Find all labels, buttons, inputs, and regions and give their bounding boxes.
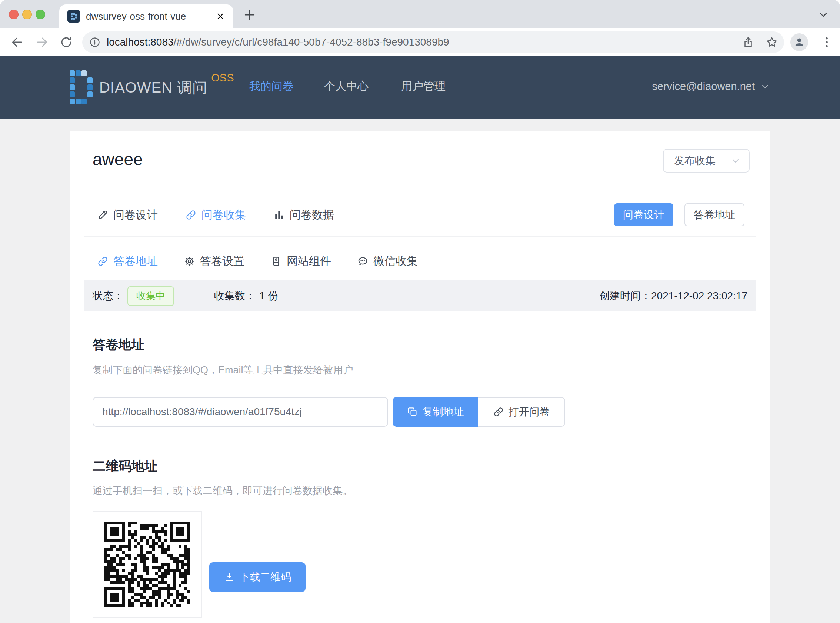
close-tab-icon[interactable]: [216, 11, 225, 21]
nav-item-personal-center[interactable]: 个人中心: [319, 56, 373, 116]
new-tab-button[interactable]: [242, 8, 257, 22]
close-window-button[interactable]: [9, 10, 18, 19]
answer-address-description: 复制下面的问卷链接到QQ，Email等工具中直接发给被用户: [93, 364, 353, 377]
copy-address-label: 复制地址: [423, 405, 464, 419]
app-header: DIAOWEN 调问 OSS 我的问卷 个人中心 用户管理 service@di…: [0, 56, 840, 118]
subtab-wechat-collect[interactable]: 微信收集: [357, 254, 418, 269]
browser-tab-strip: dwsurvey-oss-front-vue: [0, 0, 840, 28]
minimize-window-button[interactable]: [22, 10, 32, 19]
status-bar: 状态： 收集中 收集数： 1 份 创建时间： 2021-12-02 23:02:…: [84, 280, 756, 312]
account-menu[interactable]: service@diaowen.net: [652, 56, 770, 116]
brand[interactable]: DIAOWEN 调问 OSS: [70, 56, 234, 118]
nav-item-user-management[interactable]: 用户管理: [396, 56, 451, 116]
bar-chart-icon: [273, 209, 285, 221]
forward-button[interactable]: [35, 35, 49, 49]
survey-url-input[interactable]: [93, 397, 388, 427]
chevron-down-icon: [760, 81, 770, 92]
page-background: aweee 发布收集 问卷设计 问卷收集 问卷数据: [0, 118, 840, 623]
subtab-label: 答卷设置: [200, 254, 244, 269]
browser-window: dwsurvey-oss-front-vue localhost:8083/#/…: [0, 0, 840, 623]
answer-address-heading: 答卷地址: [93, 336, 144, 353]
brand-badge-oss: OSS: [211, 72, 234, 84]
download-qr-label: 下载二维码: [239, 570, 291, 584]
collect-subtabs: 答卷地址 答卷设置 网站组件 微信收集: [97, 250, 418, 272]
download-icon: [224, 571, 235, 583]
subtab-label: 微信收集: [373, 254, 418, 269]
qr-code-image: [104, 522, 190, 608]
tag-icon: [270, 256, 282, 267]
qr-code-box: [93, 511, 202, 618]
collect-count-label: 收集数：: [214, 289, 256, 303]
survey-design-button[interactable]: 问卷设计: [614, 203, 673, 226]
browser-url-bar: localhost:8083/#/dw/survey/c/url/c98fa14…: [0, 28, 840, 56]
subtab-label: 答卷地址: [113, 254, 158, 269]
subtab-label: 网站组件: [287, 254, 331, 269]
kebab-menu-icon: [820, 35, 833, 49]
diaowen-logo-icon: [70, 71, 94, 104]
tab-label: 问卷收集: [201, 207, 246, 222]
favicon: [67, 10, 80, 23]
zoom-window-button[interactable]: [35, 10, 45, 19]
qr-address-description: 通过手机扫一扫，或下载二维码，即可进行问卷数据收集。: [93, 484, 353, 497]
publish-collect-dropdown[interactable]: 发布收集: [663, 149, 750, 173]
open-survey-label: 打开问卷: [509, 405, 550, 419]
open-survey-button[interactable]: 打开问卷: [478, 397, 565, 427]
browser-menu-button[interactable]: [818, 33, 835, 51]
divider: [84, 190, 756, 190]
copy-address-button[interactable]: 复制地址: [392, 397, 478, 427]
qr-address-heading: 二维码地址: [93, 457, 158, 475]
share-icon[interactable]: [742, 36, 754, 49]
brand-name: DIAOWEN 调问: [99, 77, 207, 98]
browser-profile-avatar[interactable]: [790, 33, 808, 51]
survey-tabs: 问卷设计 问卷收集 问卷数据: [97, 203, 334, 226]
copy-icon: [407, 406, 418, 417]
pencil-icon: [97, 209, 109, 221]
bookmark-star-icon[interactable]: [766, 36, 778, 49]
url-path: /#/dw/survey/c/url/c98fa140-50b7-4052-88…: [174, 36, 449, 48]
subtab-site-widget[interactable]: 网站组件: [270, 254, 331, 269]
browser-tab[interactable]: dwsurvey-oss-front-vue: [59, 5, 233, 28]
tab-label: 问卷数据: [290, 207, 334, 222]
account-email: service@diaowen.net: [652, 80, 755, 93]
link-icon: [185, 209, 197, 221]
chevron-down-icon: [730, 156, 741, 166]
collect-count-value: 1 份: [259, 289, 278, 303]
tab-label: 问卷设计: [113, 207, 158, 222]
chat-bubble-icon: [357, 256, 368, 267]
divider: [84, 236, 756, 237]
nav-item-my-surveys[interactable]: 我的问卷: [233, 56, 310, 116]
url-origin: localhost:8083: [107, 36, 174, 48]
person-icon: [793, 36, 806, 49]
tab-survey-collect[interactable]: 问卷收集: [185, 207, 246, 222]
tab-survey-data[interactable]: 问卷数据: [273, 207, 334, 222]
created-time-value: 2021-12-02 23:02:17: [651, 290, 747, 302]
tab-search-chevron-icon[interactable]: [817, 8, 829, 21]
reload-button[interactable]: [59, 35, 74, 49]
tab-title: dwsurvey-oss-front-vue: [86, 11, 210, 22]
url-text: localhost:8083/#/dw/survey/c/url/c98fa14…: [107, 36, 731, 48]
gear-icon: [184, 256, 195, 267]
survey-card: aweee 发布收集 问卷设计 问卷收集 问卷数据: [70, 132, 770, 623]
site-info-icon[interactable]: [89, 36, 101, 48]
download-qr-button[interactable]: 下载二维码: [209, 562, 305, 592]
subtab-answer-address[interactable]: 答卷地址: [97, 254, 158, 269]
link-icon: [493, 406, 504, 417]
back-button[interactable]: [11, 35, 25, 49]
subtab-answer-settings[interactable]: 答卷设置: [184, 254, 244, 269]
status-badge: 收集中: [127, 286, 174, 306]
publish-collect-label: 发布收集: [674, 154, 730, 168]
survey-title: aweee: [93, 149, 143, 169]
answer-address-button[interactable]: 答卷地址: [684, 203, 745, 226]
status-label: 状态：: [93, 289, 124, 303]
link-icon: [97, 256, 109, 267]
tab-survey-design[interactable]: 问卷设计: [97, 207, 158, 222]
created-time-label: 创建时间：: [599, 289, 651, 303]
address-bar[interactable]: localhost:8083/#/dw/survey/c/url/c98fa14…: [82, 31, 784, 53]
